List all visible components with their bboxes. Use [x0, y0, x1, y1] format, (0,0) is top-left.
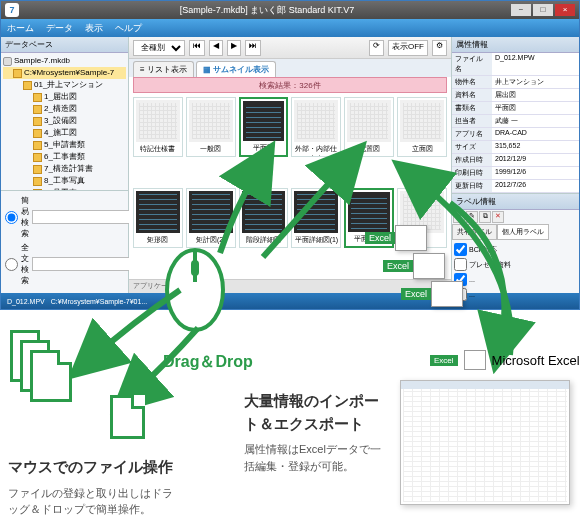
window-title: [Sample-7.mkdb] まいく郎 Standard KIT.V7	[23, 4, 511, 17]
label-edit-button[interactable]: ✎	[466, 211, 478, 223]
property-row: アプリ名DRA-CAD	[452, 128, 579, 141]
nav-next-button[interactable]: ▶	[227, 40, 241, 56]
property-row: 印刷日時1999/12/6	[452, 167, 579, 180]
label-delete-button[interactable]: ✕	[492, 211, 504, 223]
excel-screenshot	[400, 380, 570, 505]
thumbnail[interactable]: 矩形図	[133, 188, 183, 248]
property-row: 担当者武藤 一	[452, 115, 579, 128]
file-icon	[110, 395, 145, 439]
close-button[interactable]: ×	[555, 4, 575, 16]
thumbnail-grid: 特記仕様書一般図平面図外部・内部仕上表配置図立面図矩形図矩計図(2)階段詳細図平…	[129, 93, 451, 279]
property-row: 書類名平面図	[452, 102, 579, 115]
textoff-button[interactable]: 表示OFF	[388, 40, 428, 56]
tree[interactable]: Sample-7.mkdbC:¥Mrosystem¥Sample-701_井上マ…	[1, 53, 128, 190]
menubar: ホーム データ 表示 ヘルプ	[1, 19, 579, 37]
thumbnail[interactable]: 平面詳細図(1)	[291, 188, 341, 248]
fulltext-search-input[interactable]	[32, 257, 139, 271]
view-tabs: ≡リスト表示 ▦サムネイル表示	[129, 59, 451, 77]
tab-thumbnail[interactable]: ▦サムネイル表示	[196, 61, 276, 77]
search-panel: 簡易検索 全文検索	[1, 190, 128, 293]
tree-item[interactable]: 2_構造図	[3, 103, 126, 115]
ms-excel-label: Excel Microsoft Excel	[430, 350, 580, 370]
status-file: D_012.MPV	[7, 298, 45, 305]
nav-prev-button[interactable]: ◀	[209, 40, 223, 56]
app-window: 7 [Sample-7.mkdb] まいく郎 Standard KIT.V7 −…	[0, 0, 580, 310]
thumbnail[interactable]: 立面図	[397, 97, 447, 157]
tree-item[interactable]: 6_工事書類	[3, 151, 126, 163]
menu-home[interactable]: ホーム	[7, 22, 34, 35]
tree-item[interactable]: 8_工事写真	[3, 175, 126, 187]
property-row: サイズ315,652	[452, 141, 579, 154]
toolbar: 全種別 ⏮ ◀ ▶ ⏭ ⟳ 表示OFF ⚙	[129, 37, 451, 59]
property-row: ファイル名D_012.MPW	[452, 53, 579, 76]
property-row: 作成日時2012/12/9	[452, 154, 579, 167]
settings-button[interactable]: ⚙	[432, 40, 447, 56]
maximize-button[interactable]: □	[533, 4, 553, 16]
arrow-icon	[120, 320, 205, 407]
fulltext-search-radio[interactable]	[5, 258, 18, 271]
caption-mouse: マウスでのファイル操作 ファイルの登録と取り出しはドラッグ＆ドロップで簡単操作。	[8, 456, 183, 518]
simple-search-label: 簡易検索	[21, 195, 29, 239]
tree-item[interactable]: 4_施工図	[3, 127, 126, 139]
fulltext-search-label: 全文検索	[21, 242, 29, 286]
type-select[interactable]: 全種別	[133, 40, 185, 56]
menu-help[interactable]: ヘルプ	[115, 22, 142, 35]
caption-import: 大量情報のインポート＆エクスポート 属性情報はExcelデータで一括編集・登録が…	[244, 390, 389, 474]
tree-item[interactable]: 3_設備図	[3, 115, 126, 127]
sidebar: データベース Sample-7.mkdbC:¥Mrosystem¥Sample-…	[1, 37, 129, 293]
tree-item[interactable]: 1_届出図	[3, 91, 126, 103]
nav-first-button[interactable]: ⏮	[189, 40, 205, 56]
label-item[interactable]: ...	[454, 272, 577, 287]
tab-list[interactable]: ≡リスト表示	[133, 61, 194, 77]
result-count-bar: 検索結果：326件	[133, 77, 447, 93]
thumbnail[interactable]: 矩計図(2)	[186, 188, 236, 248]
label-add-button[interactable]: +	[453, 211, 465, 223]
property-row: 物件名井上マンション	[452, 76, 579, 89]
titlebar: 7 [Sample-7.mkdb] まいく郎 Standard KIT.V7 −…	[1, 1, 579, 19]
file-stack-icon	[10, 330, 80, 400]
refresh-button[interactable]: ⟳	[369, 40, 384, 56]
properties-panel: 属性情報 ファイル名D_012.MPW物件名井上マンション資料名届出図書類名平面…	[451, 37, 579, 293]
simple-search-radio[interactable]	[5, 211, 18, 224]
label-panel: ラベル情報 + ✎ ⧉ ✕ 共有ラベル 個人用ラベル BCP対応プレゼン資料..…	[452, 193, 579, 304]
label-copy-button[interactable]: ⧉	[479, 211, 491, 223]
thumbnail[interactable]: 外部・内部仕上表	[291, 97, 341, 157]
sidebar-title: データベース	[1, 37, 128, 53]
tree-item[interactable]: Sample-7.mkdb	[3, 55, 126, 67]
thumbnail[interactable]: 配置図	[344, 97, 394, 157]
list-icon: ≡	[140, 65, 145, 74]
tree-item[interactable]: C:¥Mrosystem¥Sample-7	[3, 67, 126, 79]
menu-data[interactable]: データ	[46, 22, 73, 35]
main-area: 全種別 ⏮ ◀ ▶ ⏭ ⟳ 表示OFF ⚙ ≡リスト表示 ▦サムネイル表示 検索…	[129, 37, 451, 293]
thumbnail[interactable]: 特記仕様書	[133, 97, 183, 157]
grid-icon: ▦	[203, 65, 211, 74]
status-path: C:¥Mrosystem¥Sample-7¥01...	[51, 298, 147, 305]
simple-search-input[interactable]	[32, 210, 139, 224]
tree-item[interactable]: 5_申請書類	[3, 139, 126, 151]
thumbnail[interactable]	[397, 188, 447, 248]
tree-item[interactable]: 01_井上マンション	[3, 79, 126, 91]
thumbnail[interactable]: 平面図(2)	[344, 188, 394, 248]
personal-label-tab[interactable]: 個人用ラベル	[497, 224, 549, 240]
menu-view[interactable]: 表示	[85, 22, 103, 35]
thumbnail[interactable]: 一般図	[186, 97, 236, 157]
label-item[interactable]: BCP対応	[454, 242, 577, 257]
application-bar: アプリケーション	[129, 279, 451, 293]
app-logo: 7	[5, 3, 19, 17]
thumbnail[interactable]: 階段詳細図	[239, 188, 289, 248]
property-row: 資料名届出図	[452, 89, 579, 102]
shared-label-tab[interactable]: 共有ラベル	[452, 224, 497, 240]
nav-last-button[interactable]: ⏭	[245, 40, 261, 56]
label-panel-title: ラベル情報	[452, 194, 579, 210]
label-item[interactable]: プレゼン資料	[454, 257, 577, 272]
thumbnail[interactable]: 平面図	[239, 97, 289, 157]
tree-item[interactable]: 7_構造計算書	[3, 163, 126, 175]
minimize-button[interactable]: −	[511, 4, 531, 16]
property-row: 更新日時2012/7/26	[452, 180, 579, 193]
properties-title: 属性情報	[452, 37, 579, 53]
dragdrop-label: Drag＆Drop	[163, 352, 253, 373]
label-item[interactable]: ...	[454, 287, 577, 302]
